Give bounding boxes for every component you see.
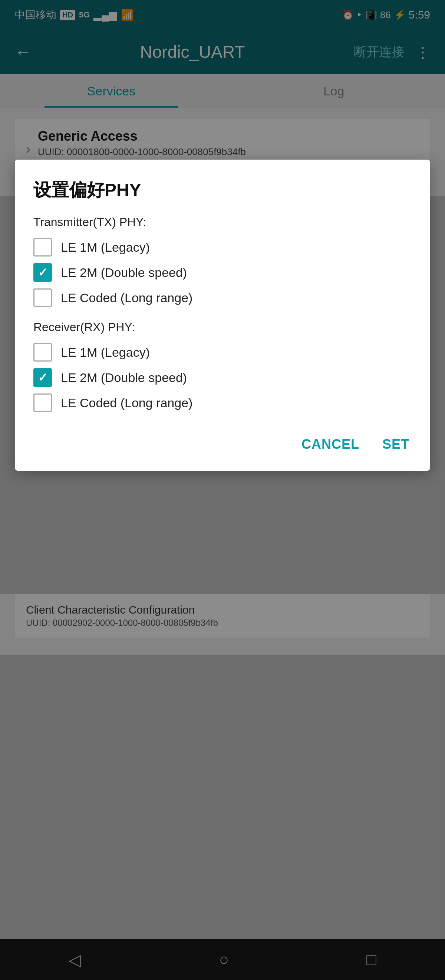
tx-section-label: Transmitter(TX) PHY:: [33, 215, 412, 229]
rx-le2m-item[interactable]: LE 2M (Double speed): [33, 368, 412, 387]
tx-lecoded-item[interactable]: LE Coded (Long range): [33, 288, 412, 307]
dialog-title: 设置偏好PHY: [33, 178, 412, 202]
rx-le2m-label: LE 2M (Double speed): [61, 371, 187, 385]
tx-checkbox-group: LE 1M (Legacy) LE 2M (Double speed) LE C…: [33, 238, 412, 307]
set-button[interactable]: SET: [380, 433, 412, 456]
rx-lecoded-label: LE Coded (Long range): [61, 396, 192, 410]
cancel-button[interactable]: CANCEL: [299, 433, 361, 456]
rx-lecoded-item[interactable]: LE Coded (Long range): [33, 393, 412, 412]
tx-le2m-item[interactable]: LE 2M (Double speed): [33, 263, 412, 282]
rx-lecoded-checkbox[interactable]: [33, 393, 52, 412]
tx-le1m-checkbox[interactable]: [33, 238, 52, 256]
rx-section-label: Receiver(RX) PHY:: [33, 320, 412, 334]
tx-lecoded-label: LE Coded (Long range): [61, 291, 192, 305]
dialog-overlay[interactable]: [0, 0, 445, 980]
tx-le2m-checkbox[interactable]: [33, 263, 52, 282]
rx-le2m-checkbox[interactable]: [33, 368, 52, 387]
set-preferred-phy-dialog: 设置偏好PHY Transmitter(TX) PHY: LE 1M (Lega…: [15, 160, 430, 471]
rx-le1m-label: LE 1M (Legacy): [61, 345, 150, 360]
tx-lecoded-checkbox[interactable]: [33, 288, 52, 307]
tx-le1m-label: LE 1M (Legacy): [61, 240, 150, 255]
rx-le1m-item[interactable]: LE 1M (Legacy): [33, 343, 412, 361]
dialog-actions: CANCEL SET: [33, 425, 412, 456]
rx-le1m-checkbox[interactable]: [33, 343, 52, 361]
tx-le1m-item[interactable]: LE 1M (Legacy): [33, 238, 412, 256]
tx-le2m-label: LE 2M (Double speed): [61, 266, 187, 280]
rx-checkbox-group: LE 1M (Legacy) LE 2M (Double speed) LE C…: [33, 343, 412, 412]
